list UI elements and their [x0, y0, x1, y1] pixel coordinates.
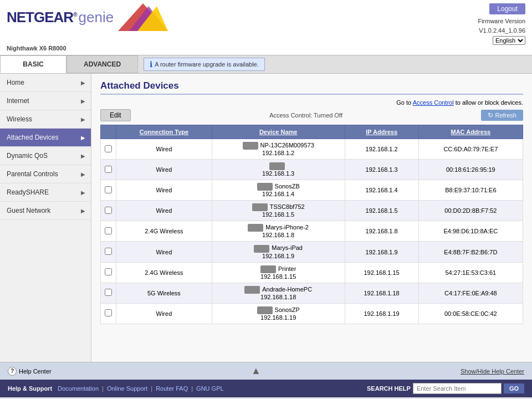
sidebar-label-internet: Internet	[7, 97, 29, 105]
edit-button[interactable]: Edit	[100, 109, 131, 121]
language-select[interactable]: English	[493, 36, 525, 45]
table-row: WiredSonosZB192.168.1.4192.168.1.4B8:E9:…	[101, 180, 523, 201]
content-area: Attached Devices Go to Access Control to…	[91, 74, 532, 362]
table-row: WiredMarys-iPad192.168.1.9192.168.1.9E4:…	[101, 242, 523, 262]
tab-advanced[interactable]: ADVANCED	[66, 55, 138, 73]
help-center-btn[interactable]: ? Help Center	[8, 367, 52, 376]
ip-address-cell: 192.168.1.18	[345, 283, 418, 303]
ip-address-cell: 192.168.1.15	[345, 262, 418, 283]
device-icon	[244, 286, 260, 294]
sidebar-label-readyshare: ReadySHARE	[7, 188, 49, 196]
col-connection-type[interactable]: Connection Type	[116, 125, 212, 139]
refresh-label: Refresh	[495, 112, 516, 119]
row-checkbox[interactable]	[105, 268, 112, 275]
chevron-right-icon: ▶	[81, 80, 85, 86]
sidebar-item-readyshare[interactable]: ReadySHARE ▶	[0, 183, 91, 202]
device-name-cell: SonosZP192.168.1.19	[212, 303, 345, 324]
search-input[interactable]	[413, 383, 502, 394]
model-label: Nighthawk X6 R8000	[0, 45, 532, 55]
sidebar-item-home[interactable]: Home ▶	[0, 74, 91, 92]
sidebar-item-guest-network[interactable]: Guest Network ▶	[0, 202, 91, 220]
connection-type-cell: Wired	[116, 303, 212, 324]
mac-address-cell: B8:E9:37:10:71:E6	[418, 180, 523, 201]
device-icon	[243, 142, 258, 150]
help-support: Help & Support Documentation | Online Su…	[8, 385, 224, 392]
device-name-cell: Marys-iPad192.168.1.9	[212, 242, 345, 262]
logout-button[interactable]: Logout	[489, 3, 525, 14]
sidebar-label-wireless: Wireless	[7, 115, 32, 123]
sidebar-item-dynamic-qos[interactable]: Dynamic QoS ▶	[0, 147, 91, 165]
col-device-name[interactable]: Device Name	[212, 125, 345, 139]
connection-type-cell: Wired	[116, 180, 212, 201]
connection-type-cell: Wired	[116, 139, 212, 160]
ip-address-cell: 192.168.1.19	[345, 303, 418, 324]
sidebar-item-internet[interactable]: Internet ▶	[0, 92, 91, 110]
search-help-area: SEARCH HELP GO	[367, 383, 524, 394]
ip-address-cell: 192.168.1.2	[345, 139, 418, 160]
go-button[interactable]: GO	[504, 383, 524, 393]
show-hide-help[interactable]: Show/Hide Help Center	[461, 368, 524, 375]
device-name-cell: Marys-iPhone-2192.168.1.8	[212, 221, 345, 242]
logo-netgear: NETGEAR®	[7, 9, 77, 26]
col-ip-address[interactable]: IP Address	[345, 125, 418, 139]
logo-triangle	[118, 3, 168, 31]
router-faq-link[interactable]: Router FAQ	[156, 385, 188, 392]
access-control-link[interactable]: Access Control	[413, 99, 454, 106]
connection-type-cell: 2.4G Wireless	[116, 262, 212, 283]
row-checkbox[interactable]	[105, 248, 112, 255]
device-name-cell: NP-13C26M009573192.168.1.2	[212, 139, 345, 160]
doc-link[interactable]: Documentation	[58, 385, 99, 392]
mac-address-cell: 00:D0:2D:8B:F7:52	[418, 201, 523, 221]
access-control-bar: Go to Access Control to allow or block d…	[100, 99, 523, 106]
col-mac-address[interactable]: MAC Address	[418, 125, 523, 139]
row-checkbox[interactable]	[105, 309, 112, 316]
mac-address-cell: E4:98:D6:1D:8A:EC	[418, 221, 523, 242]
connection-type-cell: Wired	[116, 201, 212, 221]
gnu-gpl-link[interactable]: GNU GPL	[196, 385, 224, 392]
connection-type-cell: Wired	[116, 242, 212, 262]
connection-type-cell: 2.4G Wireless	[116, 221, 212, 242]
sidebar-label-dynamic-qos: Dynamic QoS	[7, 152, 48, 160]
chevron-right-icon: ▶	[81, 135, 85, 141]
ip-address-cell: 192.168.1.4	[345, 180, 418, 201]
device-icon	[260, 265, 276, 273]
sidebar: Home ▶ Internet ▶ Wireless ▶ Attached De…	[0, 74, 91, 362]
sidebar-label-guest-network: Guest Network	[7, 207, 50, 214]
online-support-link[interactable]: Online Support	[107, 385, 147, 392]
chevron-right-icon: ▶	[81, 153, 85, 159]
row-checkbox[interactable]	[105, 227, 112, 234]
firmware-info: Firmware Version V1.0.2.44_1.0.96	[478, 17, 525, 35]
refresh-button[interactable]: ↻ Refresh	[481, 110, 523, 121]
sidebar-item-wireless[interactable]: Wireless ▶	[0, 110, 91, 129]
row-checkbox[interactable]	[105, 166, 112, 173]
header-right: Logout Firmware Version V1.0.2.44_1.0.96…	[478, 3, 525, 45]
device-name-cell: Andrade-HomePC192.168.1.18	[212, 283, 345, 303]
row-checkbox[interactable]	[105, 145, 112, 152]
col-checkbox	[101, 125, 116, 139]
logo-genie: genie	[79, 9, 114, 26]
help-center-label: Help Center	[19, 368, 52, 375]
row-checkbox[interactable]	[105, 289, 112, 296]
row-checkbox[interactable]	[105, 207, 112, 214]
page-title: Attached Devices	[100, 80, 523, 95]
device-name-cell: TSSC8bf752192.168.1.5	[212, 201, 345, 221]
tab-basic[interactable]: BASIC	[0, 55, 66, 73]
device-name-cell: SonosZB192.168.1.4	[212, 180, 345, 201]
main-layout: Home ▶ Internet ▶ Wireless ▶ Attached De…	[0, 74, 532, 362]
sidebar-item-attached-devices[interactable]: Attached Devices ▶	[0, 129, 91, 147]
connection-type-cell: 5G Wireless	[116, 283, 212, 303]
device-name-label: Marys-iPhone-2192.168.1.8	[262, 224, 309, 238]
chevron-right-icon: ▶	[81, 208, 85, 214]
table-row: 2.4G WirelessMarys-iPhone-2192.168.1.819…	[101, 221, 523, 242]
info-icon: ℹ	[150, 60, 152, 69]
device-icon	[252, 203, 268, 211]
row-checkbox[interactable]	[105, 186, 112, 193]
logo-area: NETGEAR® genie	[7, 3, 168, 31]
help-bar: ? Help Center ▲ Show/Hide Help Center	[0, 362, 532, 380]
ip-address-cell: 192.168.1.5	[345, 201, 418, 221]
access-control-suffix: to allow or block devices.	[456, 99, 523, 106]
device-name-label: Andrade-HomePC192.168.1.18	[260, 286, 312, 300]
sidebar-label-home: Home	[7, 79, 24, 86]
sidebar-item-parental-controls[interactable]: Parental Controls ▶	[0, 165, 91, 183]
nav-bar: BASIC ADVANCED ℹ A router firmware upgra…	[0, 55, 532, 74]
